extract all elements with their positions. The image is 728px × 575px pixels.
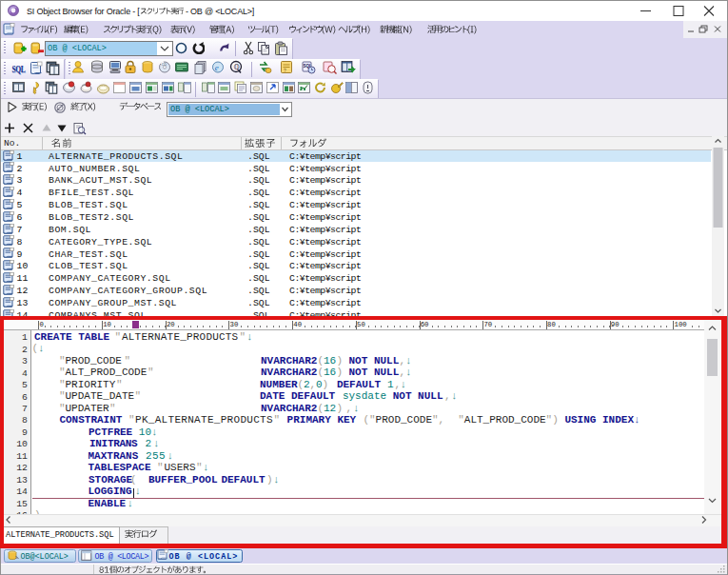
svg-text:ℚ: ℚ — [234, 63, 240, 71]
svg-text:e: e — [215, 63, 219, 72]
svg-text:CD: CD — [162, 62, 167, 67]
svg-text:?: ? — [284, 68, 286, 73]
